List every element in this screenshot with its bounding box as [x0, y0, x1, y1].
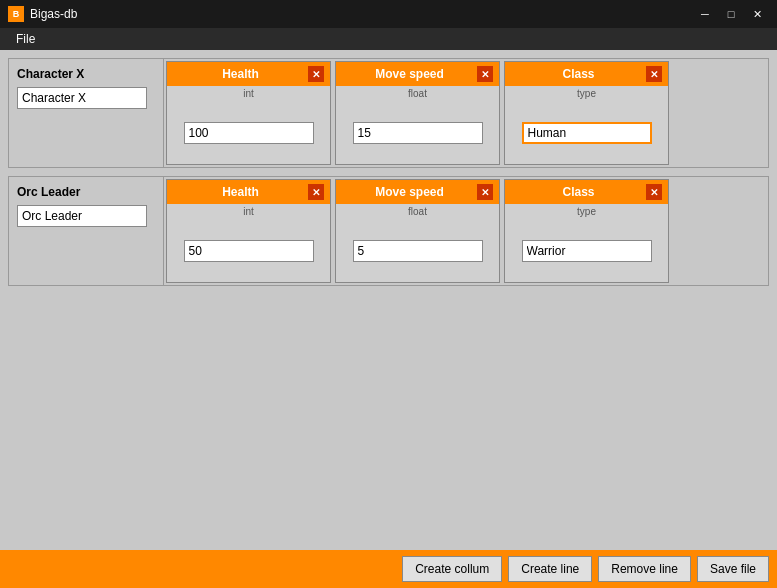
col-value-input-movespeed-2[interactable] — [353, 240, 483, 262]
name-input-1[interactable] — [17, 87, 147, 109]
col-close-btn-class-1[interactable]: ✕ — [646, 66, 662, 82]
col-header-health-2: Health✕ — [167, 180, 330, 204]
col-close-btn-movespeed-1[interactable]: ✕ — [477, 66, 493, 82]
create-line-button[interactable]: Create line — [508, 556, 592, 582]
col-cell-health-2: Health✕int — [166, 179, 331, 283]
title-bar: B Bigas-db ─ □ ✕ — [0, 0, 777, 28]
col-header-movespeed-1: Move speed✕ — [336, 62, 499, 86]
file-menu[interactable]: File — [8, 30, 43, 48]
name-label-1: Character X — [17, 67, 155, 81]
create-column-button[interactable]: Create collum — [402, 556, 502, 582]
remove-line-button[interactable]: Remove line — [598, 556, 691, 582]
col-subtype-movespeed-2: float — [336, 204, 499, 219]
col-cell-movespeed-2: Move speed✕float — [335, 179, 500, 283]
col-close-btn-movespeed-2[interactable]: ✕ — [477, 184, 493, 200]
save-file-button[interactable]: Save file — [697, 556, 769, 582]
col-header-class-2: Class✕ — [505, 180, 668, 204]
data-row-1: Character XHealth✕intMove speed✕floatCla… — [8, 58, 769, 168]
title-bar-controls: ─ □ ✕ — [693, 4, 769, 24]
col-value-input-health-1[interactable] — [184, 122, 314, 144]
col-value-area-movespeed-2 — [336, 219, 499, 282]
name-cell-2: Orc Leader — [9, 177, 164, 285]
col-cell-class-2: Class✕type — [504, 179, 669, 283]
columns-area-1: Health✕intMove speed✕floatClass✕type — [164, 59, 768, 167]
col-subtype-movespeed-1: float — [336, 86, 499, 101]
col-header-title-movespeed-1: Move speed — [342, 67, 477, 81]
col-header-title-health-1: Health — [173, 67, 308, 81]
data-row-2: Orc LeaderHealth✕intMove speed✕floatClas… — [8, 176, 769, 286]
col-subtype-health-2: int — [167, 204, 330, 219]
col-value-input-class-1[interactable] — [522, 122, 652, 144]
col-value-area-health-2 — [167, 219, 330, 282]
bottom-toolbar: Create collum Create line Remove line Sa… — [0, 550, 777, 588]
main-content: Character XHealth✕intMove speed✕floatCla… — [0, 50, 777, 550]
app-icon: B — [8, 6, 24, 22]
col-cell-health-1: Health✕int — [166, 61, 331, 165]
col-close-btn-health-1[interactable]: ✕ — [308, 66, 324, 82]
col-value-area-health-1 — [167, 101, 330, 164]
col-subtype-class-1: type — [505, 86, 668, 101]
col-value-input-class-2[interactable] — [522, 240, 652, 262]
col-value-area-class-1 — [505, 101, 668, 164]
col-header-class-1: Class✕ — [505, 62, 668, 86]
col-subtype-class-2: type — [505, 204, 668, 219]
col-value-area-class-2 — [505, 219, 668, 282]
name-label-2: Orc Leader — [17, 185, 155, 199]
col-value-area-movespeed-1 — [336, 101, 499, 164]
minimize-button[interactable]: ─ — [693, 4, 717, 24]
window-title: Bigas-db — [30, 7, 77, 21]
col-close-btn-class-2[interactable]: ✕ — [646, 184, 662, 200]
name-input-2[interactable] — [17, 205, 147, 227]
col-header-title-health-2: Health — [173, 185, 308, 199]
col-close-btn-health-2[interactable]: ✕ — [308, 184, 324, 200]
col-cell-class-1: Class✕type — [504, 61, 669, 165]
col-value-input-movespeed-1[interactable] — [353, 122, 483, 144]
maximize-button[interactable]: □ — [719, 4, 743, 24]
col-subtype-health-1: int — [167, 86, 330, 101]
title-bar-left: B Bigas-db — [8, 6, 77, 22]
col-header-title-class-2: Class — [511, 185, 646, 199]
name-cell-1: Character X — [9, 59, 164, 167]
menu-bar: File — [0, 28, 777, 50]
col-header-movespeed-2: Move speed✕ — [336, 180, 499, 204]
col-header-title-movespeed-2: Move speed — [342, 185, 477, 199]
col-header-health-1: Health✕ — [167, 62, 330, 86]
col-header-title-class-1: Class — [511, 67, 646, 81]
columns-area-2: Health✕intMove speed✕floatClass✕type — [164, 177, 768, 285]
col-cell-movespeed-1: Move speed✕float — [335, 61, 500, 165]
col-value-input-health-2[interactable] — [184, 240, 314, 262]
close-button[interactable]: ✕ — [745, 4, 769, 24]
